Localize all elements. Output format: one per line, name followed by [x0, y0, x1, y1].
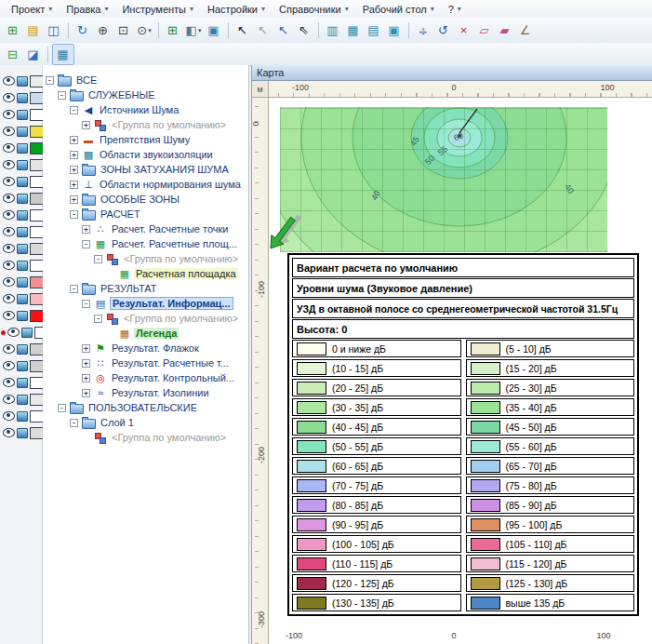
visibility-eye-icon[interactable] [3, 177, 15, 186]
delete-object-icon[interactable]: × [454, 20, 474, 40]
copy-object-icon[interactable]: ▥ [323, 20, 343, 40]
tree-item[interactable]: - ▦ Расчет. Расчетные площ... [43, 236, 248, 251]
tree-expander[interactable]: - [70, 285, 78, 293]
eraser-icon[interactable]: ◪ [23, 45, 44, 64]
tree-item[interactable]: ▦ Легенда [43, 326, 248, 341]
tree-expander[interactable]: + [70, 151, 78, 159]
tree-item[interactable]: - ПОЛЬЗОВАТЕЛЬСКИЕ [43, 400, 248, 415]
visibility-eye-icon[interactable] [3, 361, 15, 370]
visibility-eye-icon[interactable] [3, 277, 15, 287]
print-layer-icon[interactable] [17, 76, 28, 87]
menu-item[interactable]: Справочники [273, 2, 356, 17]
tree-item[interactable]: - РЕЗУЛЬТАТ [43, 281, 248, 296]
visibility-eye-icon[interactable] [3, 411, 15, 421]
tree-expander[interactable]: + [82, 359, 90, 368]
tree-expander[interactable]: + [70, 166, 78, 174]
group-objects-icon[interactable]: ▤ [364, 20, 384, 40]
menu-item[interactable]: Настройки [201, 2, 273, 17]
print-layer-icon[interactable] [17, 261, 28, 271]
print-layer-icon[interactable] [17, 361, 28, 371]
tree-item[interactable]: + ∴ Расчет. Расчетные точки [43, 221, 248, 236]
tree-item[interactable]: - ◀ Источники Шума [43, 102, 248, 117]
tree-item[interactable]: - Слой 1 [43, 415, 248, 430]
print-layer-icon[interactable] [17, 378, 28, 388]
visibility-eye-icon[interactable] [3, 210, 15, 220]
align-objects-icon[interactable]: ▣ [384, 20, 405, 40]
zoom-in-icon[interactable]: ⊕ [93, 20, 113, 40]
tree-expander[interactable]: + [70, 181, 78, 189]
select-cursor-icon[interactable]: ↖ [233, 20, 253, 40]
measure-icon[interactable]: ∠ [515, 20, 536, 40]
tree-item[interactable]: + ОСОБЫЕ ЗОНЫ [43, 192, 248, 207]
views-icon[interactable]: ▣ [204, 20, 224, 40]
visibility-eye-icon[interactable] [7, 328, 20, 337]
menu-item[interactable]: Правка [60, 2, 115, 17]
visibility-eye-icon[interactable] [3, 76, 15, 86]
multi-select-cursor-icon[interactable]: ⇖ [294, 20, 314, 40]
print-layer-icon[interactable] [17, 428, 28, 438]
area-union-icon[interactable]: ▱ [474, 20, 495, 40]
print-map-icon[interactable]: ⊟ [3, 45, 23, 64]
result-legend-table[interactable]: Вариант расчета по умолчанию Уровни шума… [287, 253, 639, 616]
area-subtract-icon[interactable]: ▰ [495, 20, 515, 40]
refresh-icon[interactable]: ↻ [73, 20, 93, 40]
print-layer-icon[interactable] [17, 344, 28, 355]
tree-expander[interactable]: + [82, 389, 90, 397]
tree-expander[interactable]: + [70, 136, 78, 144]
tree-item[interactable]: + ◎ Результат. Контрольный... [43, 370, 248, 385]
zoom-region-icon[interactable]: ⊡ [113, 20, 134, 40]
pan-cursor-icon[interactable]: ↖ [253, 20, 273, 40]
print-layer-icon[interactable] [17, 160, 28, 170]
tree-item[interactable]: - ВСЕ [43, 73, 248, 87]
tree-item[interactable]: + ЗОНЫ ЗАТУХАНИЯ ШУМА [43, 162, 248, 177]
new-document-icon[interactable]: ⊞ [3, 20, 23, 40]
print-layer-icon[interactable] [17, 110, 28, 120]
visibility-eye-icon[interactable] [3, 294, 15, 303]
visibility-eye-icon[interactable] [3, 143, 15, 153]
tree-expander[interactable]: - [58, 404, 66, 412]
print-layer-icon[interactable] [17, 244, 28, 254]
tree-expander[interactable]: - [70, 419, 78, 427]
tree-expander[interactable]: + [82, 121, 90, 129]
tree-item[interactable]: - ▤ Результат. Информац... [43, 296, 248, 311]
tree-item[interactable]: + <Группа по умолчанию> [43, 117, 248, 132]
tree-item[interactable]: - <Группа по умолчанию> [43, 311, 248, 326]
tree-item[interactable]: + ≈ Результат. Изолинии [43, 385, 248, 400]
tree-item[interactable]: + ▬ Препятствия Шуму [43, 132, 248, 147]
noise-contour-map[interactable] [280, 107, 607, 252]
tree-expander[interactable]: - [46, 76, 54, 85]
tree-item[interactable]: <Группа по умолчанию> [43, 430, 248, 445]
print-layer-icon[interactable] [17, 395, 28, 405]
print-layer-icon[interactable] [17, 210, 28, 221]
visibility-eye-icon[interactable] [3, 127, 15, 136]
tree-expander[interactable]: + [82, 374, 90, 382]
tree-expander[interactable]: + [82, 225, 90, 234]
visibility-eye-icon[interactable] [3, 344, 15, 354]
visibility-eye-icon[interactable] [3, 160, 15, 169]
menu-item[interactable]: Инструменты [115, 2, 201, 17]
tree-item[interactable]: + ⚑ Результат. Флажок [43, 341, 248, 356]
visibility-eye-icon[interactable] [3, 110, 15, 119]
tree-item[interactable]: + ▩ Области звукоизоляции [43, 147, 248, 162]
print-layer-icon[interactable] [17, 127, 28, 137]
visibility-eye-icon[interactable] [3, 378, 15, 387]
print-layer-icon[interactable] [17, 277, 28, 288]
print-layer-icon[interactable] [17, 411, 28, 422]
visibility-eye-icon[interactable] [3, 244, 15, 253]
tree-item[interactable]: - РАСЧЕТ [43, 207, 248, 221]
print-layer-icon[interactable] [17, 194, 28, 204]
duplicate-object-icon[interactable]: ▦ [343, 20, 364, 40]
print-layer-icon[interactable] [17, 227, 28, 237]
print-layer-icon[interactable] [17, 294, 28, 304]
map-canvas[interactable]: 60 55 50 45 40 40 Вариант расчета по умо… [269, 98, 652, 644]
tree-expander[interactable]: - [70, 106, 78, 114]
tree-expander[interactable]: - [94, 315, 102, 323]
tree-item[interactable]: + ∷ Результат. Расчетные т... [43, 356, 248, 370]
tree-expander[interactable]: - [70, 210, 78, 219]
tree-expander[interactable]: + [70, 195, 78, 204]
menu-item[interactable]: Рабочий стол [356, 2, 442, 17]
flag-marker[interactable] [269, 213, 302, 254]
save-icon[interactable]: ◫ [44, 20, 64, 40]
style-picker-icon[interactable]: ◧ ▾ [183, 20, 204, 40]
menu-item[interactable]: Проект [5, 2, 60, 17]
